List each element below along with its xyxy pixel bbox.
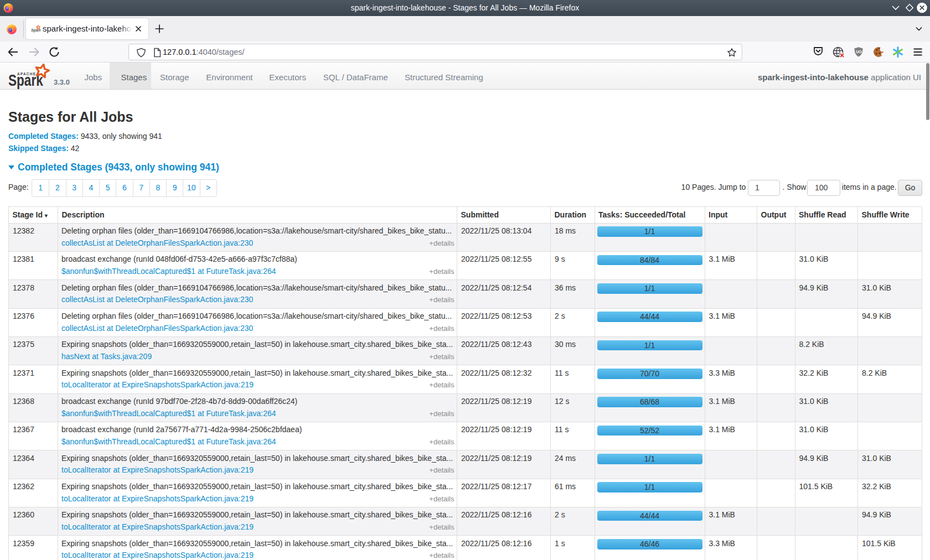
svg-text:UO: UO	[856, 50, 862, 54]
